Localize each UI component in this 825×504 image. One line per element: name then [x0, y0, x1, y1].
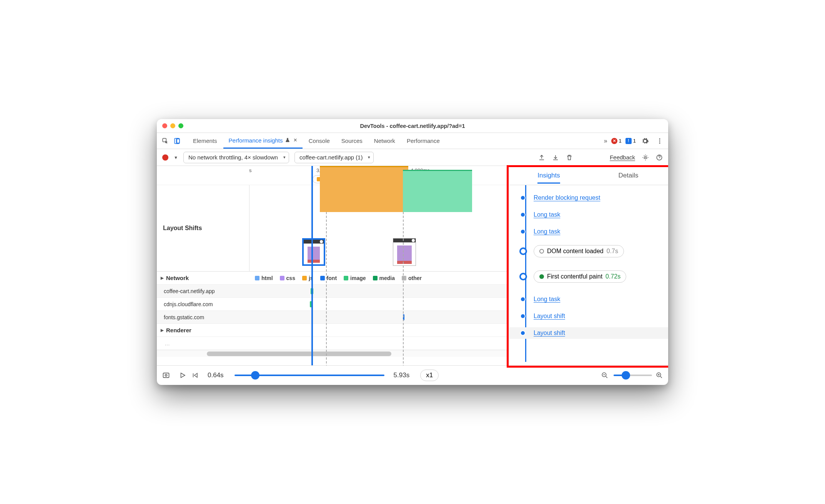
- tab-network[interactable]: Network: [369, 133, 401, 149]
- scrollbar-thumb[interactable]: [207, 351, 391, 356]
- dcl-pill[interactable]: DOM content loaded 0.7s: [534, 245, 624, 257]
- legend-other: other: [408, 275, 422, 281]
- tab-insights[interactable]: Insights: [509, 166, 589, 185]
- window-title: DevTools - coffee-cart.netlify.app/?ad=1: [157, 123, 668, 129]
- filmstrip-frame[interactable]: [393, 238, 416, 266]
- throttling-select[interactable]: No network throttling, 4× slowdown: [183, 152, 289, 163]
- timeline-dot-icon: [520, 229, 526, 234]
- tab-elements[interactable]: Elements: [188, 133, 223, 149]
- long-task-block[interactable]: [320, 166, 408, 212]
- feedback-link[interactable]: Feedback: [610, 154, 635, 161]
- tab-console[interactable]: Console: [303, 133, 335, 149]
- insight-item[interactable]: Long task: [521, 209, 664, 220]
- insight-long-task[interactable]: Long task: [534, 211, 560, 218]
- host-a-label: coffee-cart.netlify.app: [164, 288, 215, 294]
- timeline-dot-icon: [520, 195, 526, 201]
- network-host-row[interactable]: cdnjs.cloudflare.com: [157, 298, 509, 311]
- tab-performance[interactable]: Performance: [401, 133, 445, 149]
- svg-point-4: [659, 138, 660, 139]
- layout-shifts-track[interactable]: Layout Shifts: [157, 185, 509, 272]
- insight-item[interactable]: Render blocking request: [521, 192, 664, 204]
- tab-insights-label: Insights: [537, 172, 560, 184]
- main-area: s 3,200ms 4,800ms LCP Layout Shifts: [157, 166, 668, 366]
- message-icon: !: [625, 138, 632, 144]
- insight-item[interactable]: Layout shift: [509, 327, 668, 339]
- kebab-menu-icon[interactable]: [654, 136, 665, 146]
- zoom-knob[interactable]: [622, 371, 630, 380]
- close-tab-icon[interactable]: ×: [293, 137, 297, 144]
- rewind-icon[interactable]: [191, 372, 198, 379]
- fcp-pill[interactable]: First contentful paint 0.72s: [534, 270, 626, 283]
- tab-performance-label: Performance: [407, 138, 440, 144]
- truncated-row: …: [157, 337, 509, 350]
- insights-list[interactable]: Render blocking request Long task Long t…: [509, 185, 668, 362]
- tab-performance-insights[interactable]: Performance insights ×: [223, 133, 303, 149]
- tick-start: s: [249, 167, 252, 173]
- settings-icon[interactable]: [640, 136, 650, 146]
- network-host-row[interactable]: fonts.gstatic.com: [157, 311, 509, 324]
- insight-layout-shift[interactable]: Layout shift: [534, 313, 565, 320]
- legend-html: html: [261, 275, 273, 281]
- timeline-dot-icon: [520, 297, 526, 302]
- playhead-slider[interactable]: [235, 375, 384, 376]
- tab-sources[interactable]: Sources: [336, 133, 368, 149]
- more-tabs-chevron[interactable]: »: [604, 138, 607, 144]
- playhead-line[interactable]: [311, 166, 313, 365]
- network-host-row[interactable]: coffee-cart.netlify.app: [157, 285, 509, 298]
- insight-layout-shift[interactable]: Layout shift: [534, 330, 565, 337]
- record-dropdown-icon[interactable]: ▼: [174, 155, 178, 160]
- filmstrip-frame-selected[interactable]: [302, 238, 325, 266]
- panel-settings-icon[interactable]: [642, 154, 649, 161]
- network-legend: html css js font image media other: [255, 275, 422, 281]
- slider-knob[interactable]: [251, 371, 259, 380]
- legend-font-swatch: [320, 276, 325, 280]
- insights-toolbar: ▼ No network throttling, 4× slowdown cof…: [157, 149, 668, 166]
- issues-badge[interactable]: !1: [625, 138, 636, 144]
- play-icon[interactable]: [179, 372, 186, 379]
- timeline-dot-icon: [520, 330, 526, 336]
- insight-milestone[interactable]: DOM content loaded 0.7s: [521, 243, 664, 260]
- insight-item[interactable]: Long task: [521, 226, 664, 237]
- insight-long-task[interactable]: Long task: [534, 296, 560, 303]
- tab-console-label: Console: [309, 138, 330, 144]
- inspect-element-icon[interactable]: [160, 136, 171, 146]
- insight-item[interactable]: Layout shift: [521, 310, 664, 322]
- zoom-in-icon[interactable]: [656, 372, 663, 379]
- legend-js-swatch: [302, 276, 307, 280]
- delete-icon[interactable]: [566, 154, 573, 161]
- error-badge[interactable]: ✕1: [611, 138, 622, 144]
- insights-tabs: Insights Details: [509, 166, 668, 185]
- legend-css: css: [286, 275, 295, 281]
- paint-block[interactable]: [403, 170, 472, 212]
- import-icon[interactable]: [552, 154, 559, 161]
- insight-item[interactable]: Long task: [521, 293, 664, 305]
- insight-milestone[interactable]: First contentful paint 0.72s: [521, 268, 664, 285]
- insight-render-blocking[interactable]: Render blocking request: [534, 194, 600, 201]
- message-count: 1: [633, 138, 636, 144]
- speed-chip[interactable]: x1: [420, 370, 439, 381]
- preview-toggle-icon[interactable]: [162, 371, 170, 379]
- tab-details-label: Details: [619, 172, 639, 179]
- legend-font: font: [327, 275, 337, 281]
- tab-perf-insights-label: Performance insights: [229, 137, 283, 144]
- renderer-label: Renderer: [166, 327, 191, 333]
- tab-details[interactable]: Details: [589, 166, 668, 185]
- export-icon[interactable]: [538, 154, 545, 161]
- end-time: 5.93s: [394, 371, 410, 379]
- legend-media-swatch: [373, 276, 378, 280]
- device-toolbar-icon[interactable]: [171, 136, 182, 146]
- zoom-out-icon[interactable]: [601, 372, 608, 379]
- legend-media: media: [379, 275, 395, 281]
- page-select[interactable]: coffee-cart.netlify.app (1): [294, 152, 374, 163]
- insight-long-task[interactable]: Long task: [534, 228, 560, 235]
- page-value: coffee-cart.netlify.app (1): [299, 154, 363, 161]
- zoom-slider[interactable]: [614, 375, 652, 376]
- renderer-section-header[interactable]: ▶ Renderer: [157, 324, 509, 337]
- record-button[interactable]: [162, 154, 168, 161]
- throttling-value: No network throttling, 4× slowdown: [188, 154, 278, 161]
- svg-point-10: [165, 375, 167, 376]
- network-section-header[interactable]: ▶ Network html css js font image media o…: [157, 272, 509, 285]
- dcl-label: DOM content loaded: [547, 248, 604, 255]
- horizontal-scrollbar[interactable]: [157, 350, 509, 357]
- help-icon[interactable]: [656, 154, 663, 161]
